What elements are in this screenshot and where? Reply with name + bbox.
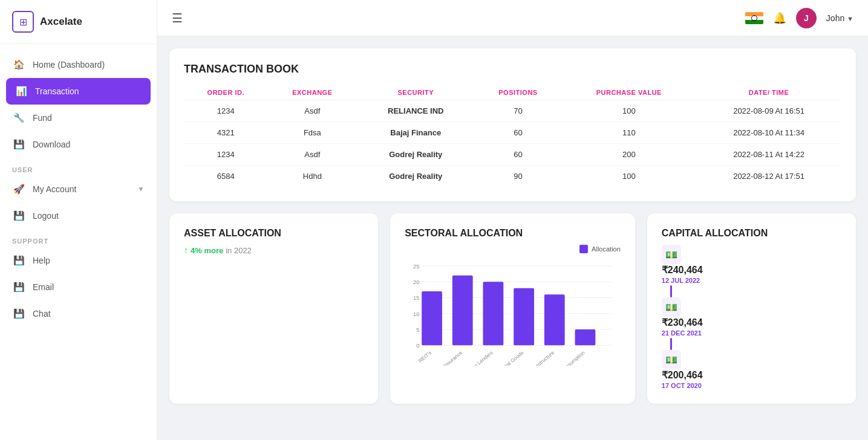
sectoral-chart-svg: 0510152025REIT'sInsuranceFinance Lenders… — [405, 257, 621, 366]
cell-purchase-value: 200 — [562, 144, 697, 166]
cell-security: Godrej Reality — [357, 166, 474, 187]
cell-security: Godrej Reality — [357, 144, 474, 166]
bell-icon[interactable]: 🔔 — [773, 11, 786, 25]
svg-text:5: 5 — [416, 327, 419, 333]
cell-order-id: 1234 — [184, 144, 268, 166]
cell-datetime: 2022-08-10 At 11:34 — [696, 122, 841, 144]
bar-label: Capital Goods — [496, 349, 524, 366]
col-exchange: EXCHANGE — [268, 85, 357, 100]
transaction-book-title: TRANSACTION BOOK — [184, 63, 841, 76]
capital-amount: ₹240,464 — [662, 264, 841, 276]
sidebar-item-my-account[interactable]: 🚀 My Account ▼ — [0, 176, 157, 202]
bar-rect — [452, 276, 473, 346]
my-account-icon: 🚀 — [12, 183, 25, 196]
sectoral-allocation-card: SECTORAL ALLOCATION Allocation 051015202… — [390, 213, 635, 404]
flag-india-icon — [745, 12, 763, 24]
help-icon: 💾 — [12, 254, 25, 267]
home-icon: 🏠 — [12, 58, 25, 71]
bar-rect — [422, 291, 442, 345]
col-positions: POSITIONS — [474, 85, 561, 100]
capital-allocation-title: CAPITAL ALLOCATION — [662, 228, 841, 239]
transaction-icon: 📊 — [15, 85, 28, 98]
capital-item: 💵 ₹230,464 21 DEC 2021 — [662, 297, 841, 337]
cell-datetime: 2022-08-12 At 17:51 — [696, 166, 841, 187]
chevron-down-icon: ▼ — [137, 185, 145, 193]
capital-info: ₹200,464 17 OCT 2020 — [662, 369, 841, 389]
cell-exchange: Fdsa — [268, 122, 357, 144]
cell-purchase-value: 100 — [562, 100, 697, 122]
svg-text:10: 10 — [413, 311, 419, 317]
sidebar-label-home: Home (Dashboard) — [33, 60, 105, 70]
sidebar-label-chat: Chat — [33, 309, 51, 319]
cell-order-id: 6584 — [184, 166, 268, 187]
transaction-book-card: TRANSACTION BOOK ORDER ID. EXCHANGE SECU… — [169, 48, 856, 201]
svg-text:20: 20 — [413, 279, 419, 285]
topbar-right: 🔔 J John ▼ — [745, 8, 853, 28]
capital-item: 💵 ₹200,464 17 OCT 2020 — [662, 350, 841, 389]
bar-rect — [514, 288, 534, 346]
cell-security: Bajaj Finance — [357, 122, 474, 144]
bar-chart-container: 0510152025REIT'sInsuranceFinance Lenders… — [405, 257, 621, 368]
svg-text:25: 25 — [413, 264, 419, 270]
col-order-id: ORDER ID. — [184, 85, 268, 100]
table-row: 1234 Asdf RELIANCE IND 70 100 2022-08-09… — [184, 100, 841, 122]
sidebar-item-transaction[interactable]: 📊 Transaction — [6, 78, 151, 105]
up-arrow-icon: ↑ — [184, 245, 188, 255]
col-purchase-value: PURCHASE VALUE — [562, 85, 697, 100]
table-row: 6584 Hdhd Godrej Reality 90 100 2022-08-… — [184, 166, 841, 187]
capital-allocation-card: CAPITAL ALLOCATION 💵 ₹240,464 12 JUL 202… — [647, 213, 856, 404]
capital-icon: 💵 — [662, 245, 681, 264]
cell-order-id: 1234 — [184, 100, 268, 122]
chart-legend: Allocation — [405, 245, 621, 253]
growth-percent: 4% more — [191, 246, 223, 255]
sidebar-item-fund[interactable]: 🔧 Fund — [0, 105, 157, 131]
capital-date: 12 JUL 2022 — [662, 277, 841, 284]
cell-positions: 60 — [474, 122, 561, 144]
fund-icon: 🔧 — [12, 111, 25, 125]
sidebar-label-help: Help — [33, 256, 50, 265]
sidebar-item-chat[interactable]: 💾 Chat — [0, 300, 157, 327]
cell-purchase-value: 100 — [562, 166, 697, 187]
sidebar-item-help[interactable]: 💾 Help — [0, 247, 157, 274]
topbar-left: ☰ — [172, 11, 183, 25]
cell-purchase-value: 110 — [562, 122, 697, 144]
bar-label: Insurance — [442, 349, 463, 366]
capital-amount: ₹200,464 — [662, 369, 841, 381]
capital-timeline-line — [670, 285, 672, 297]
sidebar-label-transaction: Transaction — [35, 86, 79, 96]
capital-date: 17 OCT 2020 — [662, 382, 841, 389]
topbar: ☰ 🔔 J John ▼ — [157, 0, 868, 36]
cell-positions: 60 — [474, 144, 561, 166]
app-name: Axcelate — [40, 16, 82, 28]
cell-datetime: 2022-08-09 At 16:51 — [696, 100, 841, 122]
cell-order-id: 4321 — [184, 122, 268, 144]
chat-icon: 💾 — [12, 307, 25, 320]
logo-area: ⊞ Axcelate — [0, 0, 157, 44]
cell-exchange: Asdf — [268, 100, 357, 122]
table-row: 4321 Fdsa Bajaj Finance 60 110 2022-08-1… — [184, 122, 841, 144]
avatar[interactable]: J — [796, 8, 817, 28]
user-name[interactable]: John ▼ — [826, 13, 853, 23]
capital-amount: ₹230,464 — [662, 317, 841, 328]
bar-rect — [544, 294, 565, 345]
col-datetime: DATE/ TIME — [696, 85, 841, 100]
hamburger-icon[interactable]: ☰ — [172, 11, 183, 25]
sidebar-item-email[interactable]: 💾 Email — [0, 274, 157, 300]
email-icon: 💾 — [12, 280, 25, 294]
logo-icon: ⊞ — [12, 11, 34, 33]
capital-icon: 💵 — [662, 350, 681, 369]
capital-timeline-line — [670, 338, 672, 350]
capital-icon: 💵 — [662, 297, 681, 317]
bottom-row: ASSET ALLOCATION ↑ 4% more in 2022 SECTO… — [169, 213, 856, 404]
capital-date: 21 DEC 2021 — [662, 329, 841, 337]
sidebar-item-logout[interactable]: 💾 Logout — [0, 202, 157, 229]
sidebar-label-my-account: My Account — [33, 184, 76, 194]
sidebar-item-download[interactable]: 💾 Download — [0, 131, 157, 158]
sidebar-item-home[interactable]: 🏠 Home (Dashboard) — [0, 51, 157, 78]
content-area: TRANSACTION BOOK ORDER ID. EXCHANGE SECU… — [157, 36, 868, 440]
legend-label: Allocation — [592, 245, 621, 253]
sidebar-label-fund: Fund — [33, 113, 52, 123]
bar-rect — [575, 329, 596, 345]
svg-text:0: 0 — [416, 343, 419, 349]
sidebar: ⊞ Axcelate 🏠 Home (Dashboard) 📊 Transact… — [0, 0, 157, 440]
